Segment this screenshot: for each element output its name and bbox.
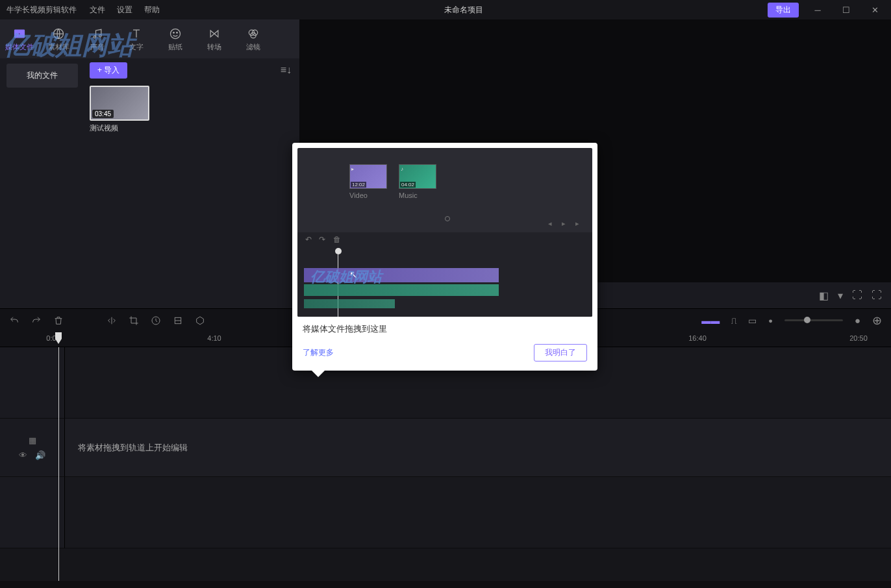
tab-transition[interactable]: 转场 <box>195 23 234 56</box>
sidebar-item-my-files[interactable]: 我的文件 <box>6 64 78 88</box>
delete-icon[interactable] <box>53 315 64 326</box>
tab-label: 贴纸 <box>156 42 195 52</box>
undo-icon[interactable] <box>9 315 19 326</box>
onboarding-tooltip: ▸12:02 Video ♪04:02 Music ◂ ▸ ▸ ↶ ↷ 🗑 ↖ … <box>292 143 597 371</box>
tick: 16:40 <box>688 334 707 342</box>
media-panel: 媒体文件 素材库 声音 文字 贴纸 转场 <box>0 19 300 308</box>
svg-point-3 <box>99 34 101 36</box>
marker-icon[interactable] <box>195 315 205 326</box>
menu-settings[interactable]: 设置 <box>117 5 132 16</box>
maximize-button[interactable]: ☐ <box>836 5 856 15</box>
add-track-icon[interactable]: ⊕ <box>872 313 882 328</box>
tick: 20:50 <box>849 334 868 342</box>
crop-icon[interactable]: ⛶ <box>852 289 862 301</box>
close-button[interactable]: ✕ <box>865 5 885 15</box>
media-icon <box>0 27 39 41</box>
track-row <box>0 477 891 548</box>
magnet-icon[interactable]: ⎍ <box>731 315 736 326</box>
svg-point-2 <box>94 36 95 38</box>
menu-file[interactable]: 文件 <box>90 5 105 16</box>
zoom-slider[interactable] <box>784 319 843 321</box>
tab-label: 转场 <box>195 42 234 52</box>
timeline-tracks: ▦ 👁 🔊 将素材拖拽到轨道上开始编辑 <box>0 347 891 581</box>
track-view-icon[interactable]: ▬▬ <box>701 315 720 326</box>
app-name: 牛学长视频剪辑软件 <box>6 5 77 16</box>
tab-label: 滤镜 <box>234 42 273 52</box>
export-button[interactable]: 导出 <box>768 3 799 18</box>
globe-icon <box>39 27 78 41</box>
ok-button[interactable]: 我明白了 <box>534 344 587 361</box>
media-area: + 导入 ≡↓ 03:45 测试视频 <box>84 58 299 308</box>
zoom-out-icon[interactable]: ● <box>768 317 773 325</box>
fullscreen-icon[interactable]: ⛶ <box>872 289 882 301</box>
tab-sticker[interactable]: 贴纸 <box>156 23 195 56</box>
tool-tabs: 媒体文件 素材库 声音 文字 贴纸 转场 <box>0 19 299 58</box>
media-sidebar: 我的文件 <box>0 58 84 308</box>
redo-icon[interactable] <box>31 315 42 326</box>
demo-dur: 04:02 <box>400 182 416 188</box>
tab-audio[interactable]: 声音 <box>78 23 117 56</box>
tab-label: 文字 <box>117 42 156 52</box>
speaker-icon[interactable]: 🔊 <box>35 450 45 460</box>
import-button[interactable]: + 导入 <box>90 62 127 79</box>
tab-text[interactable]: 文字 <box>117 23 156 56</box>
demo-dur: 12:02 <box>351 182 366 188</box>
svg-point-4 <box>171 29 181 38</box>
track-row-main: ▦ 👁 🔊 将素材拖拽到轨道上开始编辑 <box>0 419 891 477</box>
tab-label: 媒体文件 <box>0 42 39 52</box>
music-icon <box>78 27 117 41</box>
track-head <box>0 347 65 419</box>
project-title: 未命名项目 <box>160 5 768 16</box>
media-item[interactable]: 03:45 测试视频 <box>90 86 149 133</box>
tooltip-illustration: ▸12:02 Video ♪04:02 Music ◂ ▸ ▸ ↶ ↷ 🗑 ↖ … <box>297 148 592 317</box>
crop-tool-icon[interactable] <box>129 315 139 326</box>
filter-icon <box>234 27 273 41</box>
tab-media[interactable]: 媒体文件 <box>0 23 39 56</box>
tick: 4:10 <box>207 334 221 342</box>
learn-more-link[interactable]: 了解更多 <box>303 347 334 358</box>
tab-filter[interactable]: 滤镜 <box>234 23 273 56</box>
link-icon[interactable]: ▭ <box>748 315 757 326</box>
transition-icon <box>195 27 234 41</box>
rotate-icon[interactable] <box>173 315 183 326</box>
demo-label: Video <box>349 191 387 199</box>
speed-icon[interactable] <box>151 315 161 326</box>
grid-icon[interactable]: ▦ <box>29 435 36 445</box>
tab-library[interactable]: 素材库 <box>39 23 78 56</box>
svg-point-6 <box>177 32 178 33</box>
sticker-icon <box>156 27 195 41</box>
track-head: ▦ 👁 🔊 <box>0 419 65 477</box>
zoom-in-icon[interactable]: ● <box>855 315 860 326</box>
dropdown-icon[interactable]: ▾ <box>838 289 843 302</box>
menu-help[interactable]: 帮助 <box>144 5 160 16</box>
playhead-line <box>58 347 59 581</box>
track-body[interactable] <box>65 477 891 548</box>
demo-label: Music <box>399 191 436 199</box>
sort-icon[interactable]: ≡↓ <box>278 62 294 79</box>
playhead[interactable] <box>55 332 62 349</box>
duration-badge: 03:45 <box>92 110 114 118</box>
media-name: 测试视频 <box>90 123 149 133</box>
track-body[interactable]: 将素材拖拽到轨道上开始编辑 <box>65 419 891 477</box>
minimize-button[interactable]: ─ <box>808 5 827 15</box>
text-icon <box>117 27 156 41</box>
snapshot-icon[interactable]: ◧ <box>819 289 829 302</box>
tooltip-title: 将媒体文件拖拽到这里 <box>303 323 587 335</box>
thumbnail: 03:45 <box>90 86 149 121</box>
tab-label: 声音 <box>78 42 117 52</box>
watermark: 亿破姐网站 <box>310 267 382 287</box>
tab-label: 素材库 <box>39 42 78 52</box>
track-head <box>0 477 65 548</box>
eye-icon[interactable]: 👁 <box>19 450 27 460</box>
svg-point-5 <box>173 32 175 33</box>
track-placeholder: 将素材拖拽到轨道上开始编辑 <box>78 442 188 454</box>
titlebar: 牛学长视频剪辑软件 文件 设置 帮助 未命名项目 导出 ─ ☐ ✕ <box>0 0 891 19</box>
media-grid: 03:45 测试视频 <box>84 82 299 137</box>
split-icon[interactable] <box>107 315 117 326</box>
